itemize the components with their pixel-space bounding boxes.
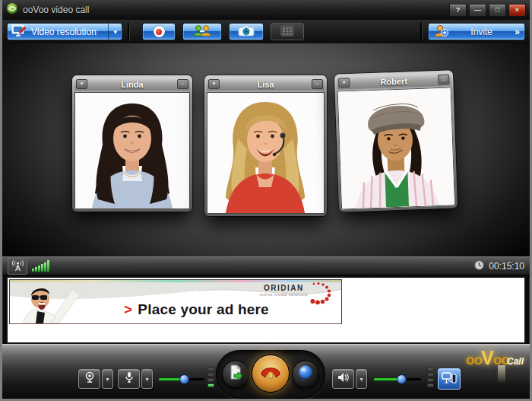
- group-call-icon: [192, 24, 212, 39]
- logo-subtext: Call: [507, 356, 524, 367]
- signal-strength-indicator: [32, 260, 49, 272]
- ad-cta-text: Place your ad here: [138, 301, 269, 317]
- toolbar: Video resolution ▾: [2, 20, 530, 44]
- chat-button[interactable]: [292, 361, 319, 388]
- oovoo-app-icon: [6, 2, 18, 18]
- microphone-volume-slider[interactable]: [159, 374, 204, 384]
- webcam-options-dropdown[interactable]: ▾: [102, 369, 113, 389]
- logo-text: V: [481, 347, 494, 369]
- video-panel-lisa: ▾ Lisa –: [204, 75, 327, 216]
- video-panel-header[interactable]: ▾ Linda –: [74, 78, 190, 91]
- clock-icon: [474, 259, 484, 273]
- ad-excited-man-image: [11, 282, 81, 323]
- toolbar-divider: [128, 23, 130, 41]
- invite-button[interactable]: Invite »: [428, 23, 525, 40]
- webcam-icon: [84, 371, 96, 387]
- microphone-options-dropdown[interactable]: ▾: [141, 369, 153, 389]
- send-file-button[interactable]: [222, 361, 249, 388]
- speaker-volume-slider[interactable]: [374, 374, 421, 384]
- video-panel-linda: ▾ Linda –: [72, 75, 192, 212]
- oridian-dots-icon: [306, 282, 332, 304]
- slider-knob[interactable]: [397, 374, 407, 384]
- panel-menu-icon[interactable]: ▾: [208, 79, 220, 89]
- chevron-down-icon[interactable]: ▾: [108, 24, 122, 40]
- oovoo-app-window: ooVoo video call ? — □ × Video resolutio…: [2, 0, 530, 399]
- participant-name: Linda: [89, 80, 176, 89]
- record-icon: [154, 26, 165, 37]
- oridian-logo: ORIDIAN online media solutions: [260, 284, 308, 297]
- video-feed-linda[interactable]: [74, 92, 190, 209]
- minimize-button[interactable]: —: [469, 4, 486, 17]
- ad-panel: >Place your ad here ORIDIAN online media…: [6, 276, 526, 344]
- toolbar-divider: [420, 23, 423, 41]
- video-resolution-label: Video resolution: [31, 27, 97, 37]
- video-stage: ▾ Linda –: [2, 43, 530, 256]
- logo-text: oo: [466, 352, 482, 368]
- keypad-button: [271, 23, 304, 40]
- window-title: ooVoo video call: [23, 5, 89, 15]
- speaker-options-dropdown[interactable]: ▾: [356, 369, 367, 389]
- microphone-level-meter: [207, 368, 214, 387]
- control-bar: ▾ ▾: [2, 344, 530, 399]
- camera-icon: [238, 25, 255, 39]
- speaker-icon: [337, 372, 350, 386]
- video-resolution-button[interactable]: Video resolution ▾: [7, 23, 122, 40]
- invite-label: Invite: [451, 27, 511, 37]
- speaker-level-meter: [427, 368, 434, 387]
- close-button[interactable]: ×: [508, 4, 526, 17]
- video-feed-robert[interactable]: [337, 87, 455, 209]
- oovoo-call-logo: ooVooCall: [466, 347, 524, 369]
- ad-call-to-action: >Place your ad here: [124, 301, 269, 318]
- slider-knob[interactable]: [179, 374, 189, 384]
- end-call-button[interactable]: [252, 355, 290, 393]
- send-file-icon: [228, 364, 243, 384]
- oridian-brand-text: ORIDIAN: [260, 284, 308, 292]
- help-button[interactable]: ?: [449, 4, 467, 17]
- panel-menu-icon[interactable]: ▾: [338, 78, 350, 88]
- call-actions-group: [216, 350, 325, 399]
- end-call-phone-icon: [258, 364, 283, 383]
- maximize-button[interactable]: □: [489, 4, 506, 17]
- ad-banner[interactable]: >Place your ad here ORIDIAN online media…: [9, 279, 342, 324]
- video-feed-lisa[interactable]: [207, 92, 325, 214]
- conference-button[interactable]: [182, 23, 222, 40]
- speaker-button[interactable]: [332, 369, 354, 389]
- logo-light-beam: [498, 365, 505, 383]
- video-panel-header[interactable]: ▾ Lisa –: [207, 78, 325, 91]
- panel-minimize-icon[interactable]: –: [312, 79, 323, 89]
- microphone-icon: [125, 371, 133, 387]
- display-mode-button[interactable]: [438, 368, 461, 390]
- chevron-right-icon: »: [515, 27, 520, 37]
- window-controls: ? — □ ×: [449, 4, 526, 17]
- participant-name: Lisa: [221, 80, 310, 89]
- panel-restore-icon[interactable]: □: [438, 75, 449, 85]
- call-duration: 00:15:10: [489, 261, 524, 272]
- oridian-tagline: online media solutions: [260, 292, 308, 297]
- monitor-phone-icon: [442, 371, 457, 387]
- snapshot-button[interactable]: [229, 23, 264, 40]
- chat-bubble-icon: [297, 364, 314, 384]
- add-contact-icon: [433, 24, 448, 40]
- keypad-icon: [280, 25, 294, 39]
- broadcast-antenna-icon: [8, 258, 27, 275]
- webcam-button[interactable]: [78, 369, 100, 389]
- panel-menu-icon[interactable]: ▾: [76, 79, 87, 89]
- video-panel-robert: ▾ Robert □: [334, 70, 458, 212]
- participant-name: Robert: [351, 75, 436, 88]
- monitor-settings-icon: [11, 24, 27, 39]
- title-bar: ooVoo video call ? — □ ×: [2, 0, 530, 21]
- panel-minimize-icon[interactable]: –: [177, 79, 188, 89]
- status-bar: 00:15:10: [2, 256, 530, 275]
- ad-arrow-icon: >: [124, 301, 132, 317]
- microphone-button[interactable]: [118, 369, 140, 389]
- record-button[interactable]: [142, 23, 176, 40]
